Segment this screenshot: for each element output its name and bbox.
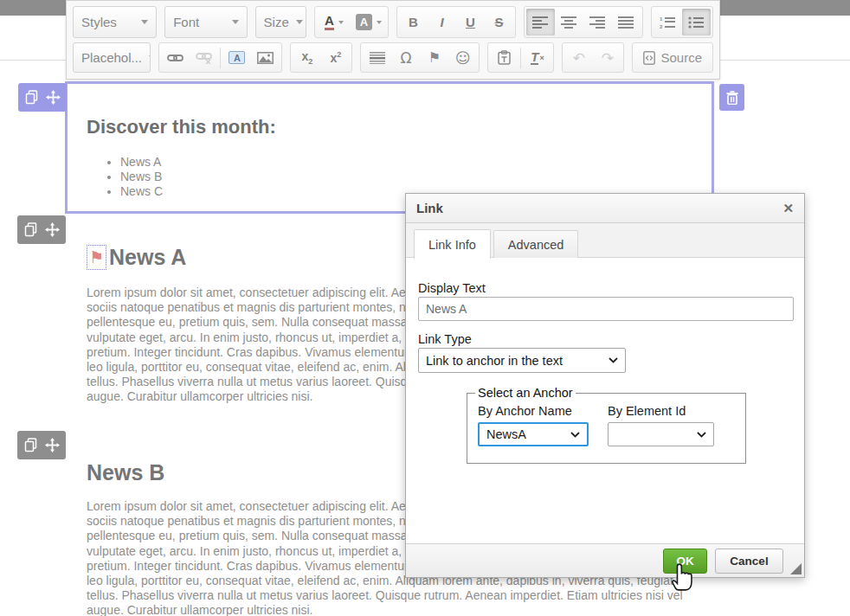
undo-icon: ↶	[573, 49, 585, 67]
clipboard-group: T×	[487, 42, 554, 73]
chevron-down-icon	[609, 357, 618, 363]
justify-button[interactable]	[612, 9, 641, 35]
anchor-button[interactable]: ⚑	[420, 44, 448, 71]
element-id-label: By Element Id	[608, 404, 714, 418]
redo-button[interactable]: ↷	[593, 44, 621, 71]
bold-button[interactable]: B	[399, 9, 428, 35]
bulleted-list-button[interactable]	[682, 9, 711, 35]
move-icon[interactable]	[45, 222, 60, 237]
link-icon	[167, 53, 184, 63]
remove-format-button[interactable]: T×	[523, 44, 551, 71]
element-id-select[interactable]	[608, 422, 714, 446]
text-color-button[interactable]: A	[317, 9, 351, 35]
font-combo-label: Font	[173, 15, 199, 29]
move-icon[interactable]	[45, 438, 60, 452]
section-news-b-heading[interactable]: News B	[87, 460, 164, 485]
source-button[interactable]: Source	[634, 44, 711, 71]
styles-combo[interactable]: Styles	[73, 6, 157, 38]
remove-format-icon: T	[531, 51, 538, 65]
delete-widget-button[interactable]	[719, 84, 744, 111]
list-group: 12	[651, 6, 713, 38]
undo-button[interactable]: ↶	[564, 44, 593, 71]
dialog-title: Link	[416, 201, 443, 215]
cancel-button[interactable]: Cancel	[715, 549, 783, 574]
align-left-button[interactable]	[526, 9, 555, 35]
paste-text-button[interactable]	[490, 44, 518, 71]
align-center-button[interactable]	[555, 9, 583, 35]
size-combo[interactable]: Size	[255, 6, 306, 38]
tab-link-info[interactable]: Link Info	[414, 229, 491, 259]
link-button[interactable]	[161, 44, 190, 71]
copy-icon[interactable]	[24, 438, 37, 452]
source-group: Source	[632, 42, 713, 73]
copy-icon[interactable]	[25, 90, 38, 105]
chevron-down-icon	[570, 432, 580, 438]
source-label: Source	[660, 50, 702, 65]
section-news-a-heading[interactable]: ⚑ News A	[87, 245, 186, 270]
align-right-button[interactable]	[583, 9, 612, 35]
display-text-input[interactable]	[418, 297, 794, 321]
italic-icon: I	[440, 15, 443, 29]
toolbar-row-1: Styles Font Size A A B I U S	[73, 6, 713, 38]
justify-icon	[618, 16, 634, 29]
trash-icon	[726, 91, 738, 105]
display-text-label: Display Text	[418, 281, 486, 295]
placeholder-combo-label: Placehol...	[81, 50, 142, 65]
boxed-a-icon: A	[229, 51, 245, 64]
select-anchor-fieldset: Select an Anchor By Anchor Name NewsA By…	[467, 386, 746, 464]
section-title[interactable]: News B	[87, 460, 164, 485]
background-color-button[interactable]: A	[351, 9, 386, 35]
bulleted-list-icon	[688, 16, 704, 29]
tab-advanced[interactable]: Advanced	[493, 230, 579, 258]
section-title[interactable]: News A	[109, 245, 186, 270]
dialog-title-bar[interactable]: Link ✕	[406, 194, 804, 223]
anchor-name-select[interactable]: NewsA	[478, 422, 589, 446]
anchor-flag-icon: ⚑	[89, 249, 104, 266]
toolbar-separator	[520, 48, 521, 68]
alignment-group	[524, 6, 643, 38]
chevron-down-icon	[149, 55, 151, 60]
fieldset-legend: Select an Anchor	[475, 386, 576, 400]
align-left-icon	[532, 16, 548, 29]
source-icon	[643, 51, 655, 65]
text-color-icon: A	[325, 14, 334, 30]
chevron-down-icon	[232, 20, 239, 24]
unlink-button[interactable]	[190, 44, 218, 71]
basicstyles-group: B I U S	[396, 6, 516, 38]
background-color-icon: A	[356, 14, 372, 30]
dialog-tab-strip: Link Info Advanced	[406, 223, 804, 258]
numbered-list-button[interactable]: 12	[654, 9, 682, 35]
smiley-button[interactable]: ☺	[448, 44, 477, 71]
special-character-button[interactable]: Ω	[391, 44, 420, 71]
superscript-button[interactable]: x2	[321, 44, 350, 71]
placeholder-combo[interactable]: Placehol...	[73, 42, 151, 73]
link-type-select[interactable]: Link to anchor in the text	[418, 348, 626, 373]
italic-button[interactable]: I	[428, 9, 456, 35]
copy-icon[interactable]	[24, 222, 37, 237]
anchor-placeholder-button[interactable]: A	[222, 44, 251, 71]
subscript-button[interactable]: x2	[293, 44, 321, 71]
underline-button[interactable]: U	[456, 9, 485, 35]
redo-icon: ↷	[602, 49, 614, 67]
horizontal-rule-button[interactable]	[363, 44, 391, 71]
anchor-name-value: NewsA	[486, 427, 526, 441]
image-button[interactable]	[251, 44, 280, 71]
strikethrough-button[interactable]: S	[485, 9, 513, 35]
smiley-icon: ☺	[455, 49, 471, 67]
widget-3-drag-toolbar	[17, 431, 66, 459]
link-dialog: Link ✕ Link Info Advanced Display Text L…	[405, 193, 805, 578]
bold-icon: B	[409, 15, 418, 29]
toolbar-row-2: Placehol... A x2 x2	[73, 42, 713, 73]
toolbar-separator	[220, 48, 221, 68]
size-combo-label: Size	[264, 15, 289, 29]
subscript-icon: x2	[302, 49, 313, 66]
chevron-down-icon	[377, 21, 382, 24]
anchor-marker[interactable]: ⚑	[87, 245, 106, 270]
resize-grip[interactable]	[790, 563, 802, 574]
move-icon[interactable]	[46, 90, 61, 105]
font-combo[interactable]: Font	[164, 6, 247, 38]
close-icon[interactable]: ✕	[782, 201, 794, 216]
flag-anchor-icon: ⚑	[428, 49, 441, 66]
paste-text-icon	[498, 50, 511, 65]
undo-group: ↶ ↷	[562, 42, 624, 73]
